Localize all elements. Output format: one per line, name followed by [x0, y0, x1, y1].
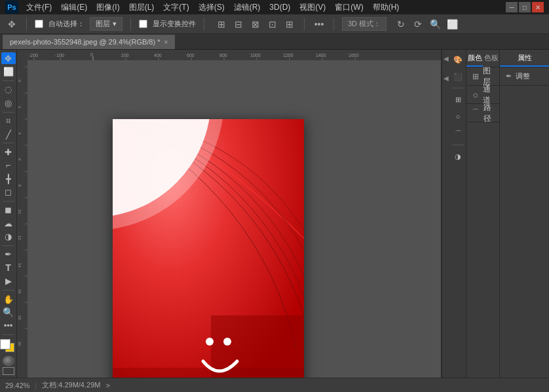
minimize-button[interactable]: ─: [506, 2, 518, 12]
paths-panel-icon[interactable]: ⌒: [451, 126, 465, 141]
color-swatches[interactable]: [0, 339, 17, 353]
svg-rect-51: [113, 368, 304, 378]
svg-text:1000: 1000: [250, 53, 261, 58]
menu-filter[interactable]: 滤镜(R): [230, 1, 265, 14]
close-button[interactable]: ✕: [532, 2, 544, 12]
svg-text:1400: 1400: [316, 53, 326, 58]
dodge-tool[interactable]: ◑: [1, 230, 16, 242]
align-right-icon[interactable]: ⊠: [249, 18, 262, 31]
color-panel-icon[interactable]: 🎨: [451, 52, 465, 67]
auto-select-checkbox[interactable]: [35, 20, 43, 28]
show-transform-checkbox[interactable]: [139, 20, 147, 28]
title-bar: Ps 文件(F) 编辑(E) 图像(I) 图层(L) 文字(T) 选择(S) 滤…: [0, 0, 549, 14]
pen-tool[interactable]: ✒: [1, 249, 16, 260]
3d-mode-button[interactable]: 3D 模式：: [342, 17, 387, 31]
window-controls: ─ □ ✕: [506, 2, 544, 12]
align-center-icon[interactable]: ⊟: [232, 18, 245, 31]
left-toolbar: ✥ ⬜ ◌ ◎ ⌗ ╱ ✚ ⌐ ╋ ◻ ◼ ☁ ◑ ✒ T ▶ ✋ 🔍 •••: [0, 50, 17, 378]
layers-icon: ⊞: [472, 71, 479, 82]
rotate-3d-icon[interactable]: ↻: [394, 18, 407, 31]
pen-icon: ✒: [504, 72, 513, 81]
document-canvas[interactable]: [113, 119, 304, 378]
crop-tool[interactable]: ⌗: [1, 115, 16, 126]
layers-panel-icon[interactable]: ⊞: [451, 92, 465, 107]
horizontal-ruler: -200 -100 0 200 400 600 800 1000: [28, 50, 441, 60]
menu-type[interactable]: 文字(T): [159, 1, 193, 14]
maximize-button[interactable]: □: [519, 2, 531, 12]
tool-sep1: [3, 80, 14, 81]
paths-section[interactable]: ⌒ 路径: [466, 104, 499, 122]
menu-window[interactable]: 窗口(W): [331, 1, 367, 14]
collapse-left-arrow[interactable]: ◀: [443, 55, 449, 62]
menu-view[interactable]: 视图(V): [295, 1, 330, 14]
menu-layer[interactable]: 图层(L): [125, 1, 159, 14]
main-area: ✥ ⬜ ◌ ◎ ⌗ ╱ ✚ ⌐ ╋ ◻ ◼ ☁ ◑ ✒ T ▶ ✋ 🔍 •••: [0, 50, 549, 378]
channels-icon: ○: [472, 90, 479, 100]
menu-image[interactable]: 图像(I): [92, 1, 123, 14]
quick-select-tool[interactable]: ◎: [1, 97, 16, 109]
tab-close-button[interactable]: ×: [164, 39, 168, 46]
lasso-tool[interactable]: ◌: [1, 84, 16, 96]
type-tool[interactable]: T: [1, 262, 16, 274]
adjustments-panel-icon[interactable]: ◑: [451, 149, 465, 164]
blur-tool[interactable]: ☁: [1, 217, 16, 229]
menu-edit[interactable]: 编辑(E): [57, 1, 91, 14]
auto-select-label: 自动选择：: [48, 19, 85, 29]
menu-help[interactable]: 帮助(H): [369, 1, 404, 14]
svg-text:1600: 1600: [349, 53, 359, 58]
eraser-tool[interactable]: ◻: [1, 186, 16, 198]
properties-tabs: 属性: [500, 50, 549, 67]
canvas-background: [28, 60, 441, 378]
path-select-tool[interactable]: ▶: [1, 276, 16, 287]
separator3: [204, 18, 204, 31]
menu-file[interactable]: 文件(F): [22, 1, 56, 14]
clone-stamp-tool[interactable]: ╋: [1, 173, 16, 185]
menu-3d[interactable]: 3D(D): [265, 1, 294, 13]
collapse-right-arrow[interactable]: ◀: [443, 75, 449, 81]
orbit-3d-icon[interactable]: ⟳: [411, 18, 425, 31]
layer-dropdown[interactable]: 图层 ▾: [90, 17, 123, 31]
fullscreen-icon[interactable]: ⬜: [445, 18, 459, 31]
canvas-image: [113, 119, 304, 378]
move-tool[interactable]: ✥: [1, 52, 16, 64]
foreground-color[interactable]: [0, 339, 10, 349]
brush-tool[interactable]: ⌐: [1, 159, 16, 171]
eyedropper-tool[interactable]: ╱: [1, 128, 16, 140]
gradient-tool[interactable]: ◼: [1, 204, 16, 216]
align-middle-icon[interactable]: ⊞: [283, 18, 296, 31]
zoom-3d-icon[interactable]: 🔍: [428, 18, 442, 31]
tab-filename: pexels-photo-3552948.jpeg @ 29.4%(RGB/8)…: [10, 38, 160, 46]
svg-text:1200: 1200: [283, 53, 293, 58]
tool-sep2: [3, 112, 14, 113]
adjustments-section[interactable]: ✒ 调整: [500, 67, 549, 86]
align-top-icon[interactable]: ⊡: [266, 18, 279, 31]
tab-color[interactable]: 颜色: [466, 50, 483, 67]
channels-section[interactable]: ○ 通道: [466, 86, 499, 104]
document-tab[interactable]: pexels-photo-3552948.jpeg @ 29.4%(RGB/8)…: [3, 35, 175, 49]
hand-tool[interactable]: ✋: [1, 293, 16, 305]
tab-properties[interactable]: 属性: [500, 50, 549, 67]
swatches-panel-icon[interactable]: ⬛: [451, 69, 465, 84]
tab-swatches[interactable]: 色板: [483, 50, 499, 67]
healing-tool[interactable]: ✚: [1, 146, 16, 158]
align-left-icon[interactable]: ⊞: [215, 18, 228, 31]
svg-point-52: [206, 338, 214, 346]
quick-mask-button[interactable]: [3, 356, 14, 366]
channels-panel-icon[interactable]: ○: [451, 109, 465, 124]
options-bar: ✥ 自动选择： 图层 ▾ 显示变换控件 ⊞ ⊟ ⊠ ⊡ ⊞ ••• 3D 模式：…: [0, 14, 549, 34]
extra-tools[interactable]: •••: [1, 320, 16, 332]
status-arrow[interactable]: >: [105, 382, 109, 389]
menu-select[interactable]: 选择(S): [195, 1, 229, 14]
svg-text:-200: -200: [29, 53, 38, 58]
more-options-icon[interactable]: •••: [312, 18, 326, 31]
svg-text:16: 16: [18, 289, 22, 294]
separator2: [130, 18, 131, 31]
vertical-ruler: 0 0 2 4 6 8 10 12 14: [17, 60, 28, 378]
move-tool-icon[interactable]: ✥: [5, 18, 18, 31]
marquee-tool[interactable]: ⬜: [1, 65, 16, 77]
screen-mode-button[interactable]: [3, 367, 14, 375]
svg-rect-0: [28, 50, 441, 60]
zoom-tool[interactable]: 🔍: [1, 306, 16, 318]
svg-text:-100: -100: [55, 53, 64, 58]
svg-text:600: 600: [187, 53, 195, 58]
